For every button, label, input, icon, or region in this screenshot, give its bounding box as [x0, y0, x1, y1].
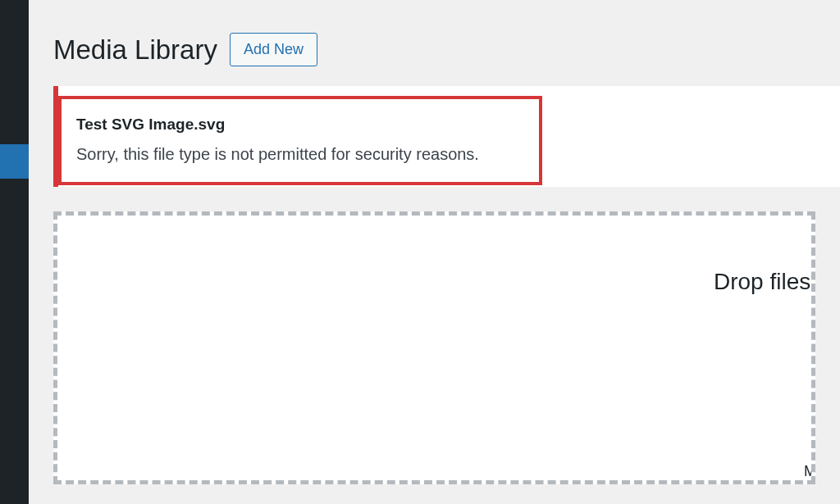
max-upload-label: Maximum upload file size: [57, 463, 811, 480]
file-dropzone[interactable]: Drop files anywhere to upload Select Fil…: [53, 211, 815, 484]
upload-error-notice: Test SVG Image.svg Sorry, this file type…: [53, 86, 840, 187]
add-new-button[interactable]: Add New: [230, 33, 317, 66]
page-title: Media Library: [53, 34, 217, 66]
error-filename: Test SVG Image.svg: [76, 116, 524, 134]
admin-sidebar: [0, 0, 29, 504]
sidebar-active-indicator-icon: [0, 144, 29, 179]
error-message: Sorry, this file type is not permitted f…: [76, 145, 524, 164]
dropzone-instruction: Drop files anywhere to upload: [57, 269, 811, 295]
page-header: Media Library Add New: [29, 0, 840, 86]
main-content: Media Library Add New Test SVG Image.svg…: [29, 0, 840, 504]
error-highlight-box: Test SVG Image.svg Sorry, this file type…: [58, 96, 542, 185]
